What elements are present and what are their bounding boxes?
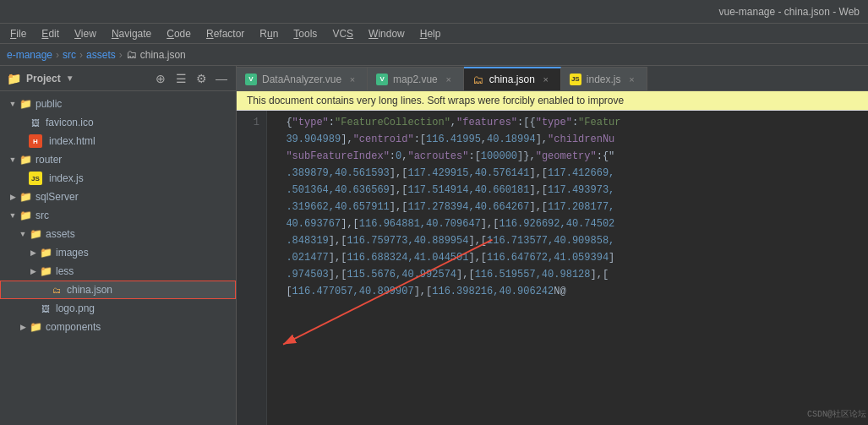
code-line-4: .389879,40.561593],[117.429915,40.576141…: [274, 165, 868, 182]
tab-close-index-js[interactable]: ×: [626, 74, 638, 85]
tab-map2[interactable]: V map2.vue ×: [368, 67, 464, 90]
folder-icon-components: 📁: [29, 320, 42, 334]
tab-close-dataanalyzer[interactable]: ×: [347, 74, 358, 85]
sidebar-settings-btn[interactable]: ⚙: [194, 71, 209, 86]
folder-icon-less: 📁: [39, 264, 52, 278]
sidebar: 📁 Project ▼ ⊕ ☰ ⚙ — ▼ 📁 public 🖼 favicon…: [0, 66, 237, 425]
menu-tools[interactable]: Tools: [287, 26, 324, 41]
tab-index-js[interactable]: JS index.js ×: [561, 67, 647, 90]
menu-navigate[interactable]: Navigate: [105, 26, 158, 41]
arrow-less: ▶: [27, 265, 39, 277]
breadcrumb: e-manage › src › assets › 🗂 china.json: [0, 44, 868, 66]
notification-bar: This document contains very long lines. …: [237, 91, 868, 111]
menu-help[interactable]: Help: [413, 26, 448, 41]
label-images: images: [56, 247, 89, 259]
tree-item-components[interactable]: ▶ 📁 components: [0, 318, 236, 336]
spacer-chinajson: [38, 284, 50, 296]
code-content[interactable]: {"type":"FeatureCollection","features":[…: [267, 111, 868, 425]
editor-tabs: V DataAnalyzer.vue × V map2.vue × 🗂 chin…: [237, 66, 868, 91]
tree-item-favicon[interactable]: 🖼 favicon.ico: [0, 113, 236, 132]
tree-item-public[interactable]: ▼ 📁 public: [0, 95, 236, 113]
sidebar-header: 📁 Project ▼ ⊕ ☰ ⚙ —: [0, 66, 236, 91]
breadcrumb-file[interactable]: china.json: [140, 49, 186, 61]
code-line-7: 40.693767],[116.964881,40.709647],[116.9…: [274, 215, 868, 232]
menu-view[interactable]: View: [68, 26, 103, 41]
tab-label-map2: map2.vue: [393, 74, 438, 85]
menu-vcs[interactable]: VCS: [325, 26, 360, 41]
folder-icon-public: 📁: [19, 97, 32, 111]
sidebar-locate-btn[interactable]: ⊕: [153, 71, 168, 86]
tab-close-map2[interactable]: ×: [443, 74, 455, 85]
breadcrumb-sep-1: ›: [56, 49, 59, 61]
breadcrumb-project[interactable]: e-manage: [7, 49, 52, 61]
menu-run[interactable]: Run: [253, 26, 285, 41]
code-wrapper: 1 {"type":"FeatureCollection","features"…: [237, 111, 868, 425]
label-index-html: index.html: [49, 135, 96, 147]
breadcrumb-src[interactable]: src: [63, 49, 76, 61]
tab-china-json[interactable]: 🗂 china.json ×: [464, 67, 561, 90]
label-china-json: china.json: [67, 284, 112, 296]
tree-item-assets[interactable]: ▼ 📁 assets: [0, 225, 236, 243]
spacer-logo: [27, 302, 39, 314]
menu-code[interactable]: Code: [160, 26, 198, 41]
tree-item-sqlserver[interactable]: ▶ 📁 sqlServer: [0, 188, 236, 206]
tree-item-index-html[interactable]: H index.html: [0, 132, 236, 150]
arrow-public: ▼: [7, 98, 19, 110]
watermark: CSDN@社区论坛: [807, 406, 866, 423]
breadcrumb-sep-2: ›: [79, 49, 83, 61]
tab-close-china-json[interactable]: ×: [540, 74, 552, 85]
code-line-10: .974503],[115.5676,40.992574],[116.51955…: [274, 266, 868, 283]
json-icon-chinajson: 🗂: [472, 74, 484, 85]
tree-item-router[interactable]: ▼ 📁 router: [0, 150, 236, 169]
tree-item-src[interactable]: ▼ 📁 src: [0, 206, 236, 225]
spacer-routerjs: [17, 172, 29, 184]
folder-icon-images: 📁: [39, 246, 52, 259]
code-line-5: .501364,40.636569],[117.514914,40.660181…: [274, 182, 868, 199]
breadcrumb-sep-3: ›: [119, 49, 123, 61]
menu-window[interactable]: Window: [362, 26, 412, 41]
code-line-2: 39.904989],"centroid":[116.41995,40.1899…: [274, 131, 868, 148]
tree-item-images[interactable]: ▶ 📁 images: [0, 243, 236, 262]
sidebar-expand-btn[interactable]: ☰: [173, 71, 188, 86]
tree-item-less[interactable]: ▶ 📁 less: [0, 262, 236, 281]
folder-icon-assets: 📁: [29, 227, 42, 241]
menu-file[interactable]: File: [3, 26, 33, 41]
tree-item-router-indexjs[interactable]: JS index.js: [0, 169, 236, 188]
spacer-indexhtml: [17, 135, 29, 147]
arrow-sqlserver: ▶: [7, 191, 19, 203]
code-line-9: .021477],[116.688324,41.044501],[116.647…: [274, 249, 868, 266]
tree-item-china-json[interactable]: 🗂 china.json: [0, 281, 236, 299]
line-numbers: 1: [237, 111, 267, 425]
breadcrumb-assets[interactable]: assets: [86, 49, 116, 61]
spacer-favicon: [17, 117, 29, 128]
menu-refactor[interactable]: Refactor: [199, 26, 251, 41]
label-router: router: [35, 154, 62, 166]
folder-icon-src: 📁: [19, 209, 32, 222]
tab-label-index-js: index.js: [587, 74, 621, 85]
sidebar-close-btn[interactable]: —: [214, 71, 229, 86]
menu-edit[interactable]: Edit: [35, 26, 66, 41]
tab-dataanalyzer[interactable]: V DataAnalyzer.vue ×: [237, 67, 368, 90]
tree-item-logo[interactable]: 🖼 logo.png: [0, 299, 236, 318]
label-router-indexjs: index.js: [49, 172, 84, 184]
vue-icon-map2: V: [376, 74, 388, 85]
code-line-8: .848319],[116.759773,40.889954],[116.713…: [274, 232, 868, 249]
folder-icon-router: 📁: [19, 153, 32, 166]
arrow-router: ▼: [7, 154, 19, 166]
main-layout: 📁 Project ▼ ⊕ ☰ ⚙ — ▼ 📁 public 🖼 favicon…: [0, 66, 868, 425]
file-icon-html: H: [29, 134, 42, 148]
code-line-1: {"type":"FeatureCollection","features":[…: [274, 114, 868, 131]
tab-label-dataanalyzer: DataAnalyzer.vue: [262, 74, 341, 85]
title-bar: vue-manage - china.json - Web: [0, 0, 868, 24]
sidebar-title: Project: [26, 73, 61, 84]
file-icon-chinajson: 🗂: [50, 283, 63, 297]
label-less: less: [56, 265, 74, 277]
arrow-components: ▶: [17, 321, 29, 333]
file-tree: ▼ 📁 public 🖼 favicon.ico H index.html ▼ …: [0, 91, 236, 425]
label-public: public: [35, 98, 62, 110]
tab-label-china-json: china.json: [489, 74, 535, 85]
label-sqlserver: sqlServer: [35, 191, 79, 203]
breadcrumb-icon: 🗂: [126, 48, 137, 61]
editor-area: V DataAnalyzer.vue × V map2.vue × 🗂 chin…: [237, 66, 868, 425]
label-assets: assets: [46, 228, 75, 240]
